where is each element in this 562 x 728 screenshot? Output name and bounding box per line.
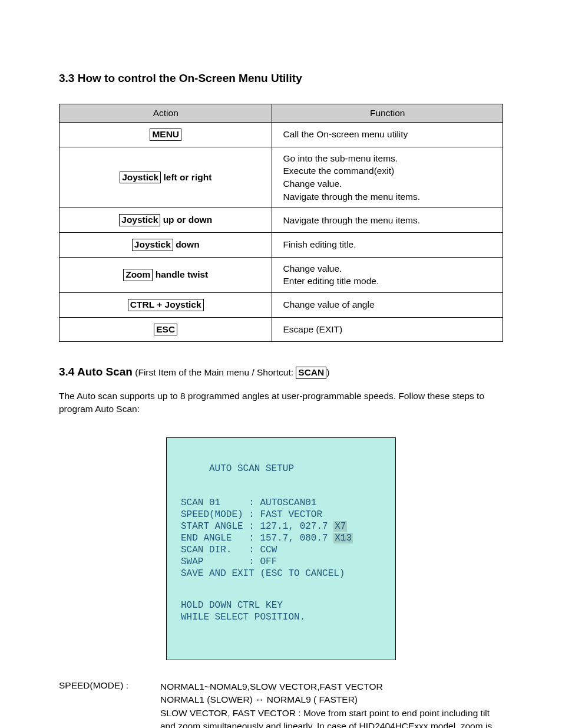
function-cell: Go into the sub-menu items.Execute the c…	[272, 147, 503, 208]
heading-3-4: 3.4 Auto Scan	[59, 365, 133, 378]
key-label: Joystick	[132, 239, 173, 251]
action-cell: Joystick down	[59, 232, 272, 257]
key-label: ESC	[154, 324, 177, 336]
table-row: Joystick up or downNavigate through the …	[59, 208, 503, 233]
autoscan-paragraph: The Auto scan supports up to 8 programme…	[59, 390, 503, 416]
table-row: Joystick downFinish editing title.	[59, 232, 503, 257]
action-cell: CTRL + Joystick	[59, 292, 272, 317]
function-cell: Escape (EXIT)	[272, 317, 503, 342]
key-label: Joystick	[120, 172, 161, 184]
table-row: CTRL + JoystickChange value of angle	[59, 292, 503, 317]
scan-key: SCAN	[296, 367, 326, 379]
action-text: left or right	[161, 172, 211, 182]
action-cell: Joystick left or right	[59, 147, 272, 208]
osd-wrap: AUTO SCAN SETUP SCAN 01 : AUTOSCAN01 SPE…	[59, 437, 503, 660]
th-function: Function	[272, 104, 503, 123]
action-text: down	[173, 239, 200, 249]
control-table-body: MENUCall the On-screen menu utilityJoyst…	[59, 123, 503, 342]
th-action: Action	[59, 104, 272, 123]
speed-body: NORMAL1~NOMAL9,SLOW VECTOR,FAST VECTORNO…	[160, 680, 503, 728]
osd-panel: AUTO SCAN SETUP SCAN 01 : AUTOSCAN01 SPE…	[166, 437, 396, 660]
osd-hint: HOLD DOWN CTRL KEY WHILE SELECT POSITION…	[181, 599, 381, 623]
function-cell: Finish editing title.	[272, 232, 503, 257]
key-label: Joystick	[119, 214, 160, 226]
action-text: up or down	[160, 215, 212, 225]
function-cell: Navigate through the menu items.	[272, 208, 503, 233]
key-label: MENU	[150, 129, 181, 141]
table-row: Zoom handle twistChange value.Enter edit…	[59, 257, 503, 292]
osd-title: AUTO SCAN SETUP	[181, 463, 381, 475]
action-cell: MENU	[59, 123, 272, 147]
osd-body: SCAN 01 : AUTOSCAN01 SPEED(MODE) : FAST …	[181, 497, 381, 579]
heading-3-4-note-after: )	[326, 367, 329, 377]
action-text: handle twist	[153, 269, 208, 279]
table-row: ESCEscape (EXIT)	[59, 317, 503, 342]
table-row: MENUCall the On-screen menu utility	[59, 123, 503, 147]
speed-row: SPEED(MODE) : NORMAL1~NOMAL9,SLOW VECTOR…	[59, 680, 503, 728]
speed-label: SPEED(MODE) :	[59, 680, 160, 691]
heading-3-4-line: 3.4 Auto Scan (First Item of the Main me…	[59, 365, 503, 379]
heading-3-4-note-before: (First Item of the Main menu / Shortcut:	[133, 367, 296, 377]
function-cell: Call the On-screen menu utility	[272, 123, 503, 147]
page: 3.3 How to control the On-Screen Menu Ut…	[0, 0, 562, 728]
function-cell: Change value of angle	[272, 292, 503, 317]
control-table: Action Function MENUCall the On-screen m…	[59, 104, 503, 342]
action-cell: Joystick up or down	[59, 208, 272, 233]
key-label: Zoom	[123, 269, 153, 281]
action-cell: Zoom handle twist	[59, 257, 272, 292]
heading-3-3: 3.3 How to control the On-Screen Menu Ut…	[59, 72, 503, 85]
function-cell: Change value.Enter editing title mode.	[272, 257, 503, 292]
table-row: Joystick left or rightGo into the sub-me…	[59, 147, 503, 208]
key-label: CTRL + Joystick	[128, 299, 204, 311]
action-cell: ESC	[59, 317, 272, 342]
